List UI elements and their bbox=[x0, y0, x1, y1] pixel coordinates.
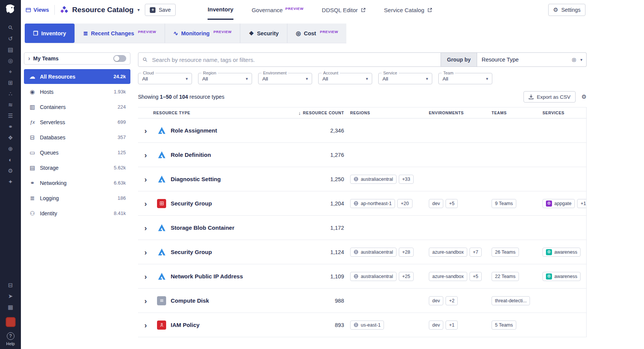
row-expander-icon[interactable]: › bbox=[144, 273, 147, 280]
workflows-icon[interactable]: ⊟ bbox=[0, 280, 21, 291]
header-tab-ddsql-editor[interactable]: DDSQL Editor bbox=[322, 0, 366, 20]
containers-icon[interactable]: ⊞ bbox=[0, 77, 21, 88]
pill-label: australiacentral bbox=[361, 274, 393, 279]
header-tab-service-catalog[interactable]: Service Catalog bbox=[384, 0, 432, 20]
teams-pill: 26 Teams bbox=[492, 248, 519, 257]
views-button[interactable]: Views bbox=[25, 7, 49, 13]
teams-pill: threat-detecti... bbox=[492, 296, 530, 305]
datadog-logo-icon bbox=[5, 4, 16, 15]
search-input[interactable] bbox=[138, 53, 441, 66]
my-teams-toggle[interactable] bbox=[113, 55, 126, 62]
pill-label: awareness bbox=[554, 274, 577, 279]
row-expander-icon[interactable]: › bbox=[144, 127, 147, 134]
row-expander-icon[interactable]: › bbox=[144, 297, 147, 305]
resource-count: 1,276 bbox=[289, 152, 347, 158]
sidebar-item-containers[interactable]: ▥Containers224 bbox=[24, 99, 130, 114]
organization-icon[interactable]: ▦ bbox=[0, 302, 21, 313]
views-label: Views bbox=[33, 7, 49, 13]
my-teams-row[interactable]: › My Teams bbox=[24, 52, 130, 65]
pill-label: appgate bbox=[554, 201, 571, 206]
subtab-security[interactable]: ❖Security bbox=[240, 24, 287, 43]
filter-account[interactable]: AccountAll▾ bbox=[318, 73, 372, 84]
sidebar-item-identity[interactable]: ⚇Identity8.41k bbox=[24, 206, 130, 221]
subtab-recent-changes[interactable]: ≣Recent ChangesPREVIEW bbox=[75, 24, 165, 43]
teams-cell: 5 Teams bbox=[489, 321, 539, 330]
row-expander-icon[interactable]: › bbox=[144, 224, 147, 232]
filter-environment[interactable]: EnvironmentAll▾ bbox=[258, 73, 312, 84]
clear-icon[interactable]: ⊗ bbox=[571, 56, 576, 63]
pill-label: +7 bbox=[473, 250, 478, 255]
sidebar-item-label: Hosts bbox=[40, 89, 54, 95]
metrics-icon[interactable]: ▤ bbox=[0, 44, 21, 55]
sidebar-item-serverless[interactable]: ƒxServerless699 bbox=[24, 115, 130, 129]
rum-icon[interactable]: ✦ bbox=[0, 176, 21, 187]
teams-cell: 22 Teams bbox=[489, 272, 539, 281]
synthetics-icon[interactable]: ◐ bbox=[0, 154, 21, 165]
filter-label: Environment bbox=[262, 71, 288, 75]
network-icon[interactable]: ⚭ bbox=[0, 121, 21, 132]
results-area: ⚲ Group by Resource Type ⊗ ▾ CloudAll▾Re… bbox=[138, 52, 587, 349]
inventory-subtab-icon: ❒ bbox=[33, 30, 38, 37]
subtab-inventory[interactable]: ❒Inventory bbox=[25, 24, 75, 43]
subtab-label: Monitoring bbox=[181, 30, 210, 36]
group-by-select[interactable]: Resource Type ⊗ ▾ bbox=[477, 52, 587, 67]
filter-region[interactable]: RegionAll▾ bbox=[198, 73, 252, 84]
filter-team[interactable]: TeamAll▾ bbox=[438, 73, 492, 84]
cloud-icon: ☁ bbox=[29, 73, 36, 80]
sidebar-item-all-resources[interactable]: ☁All Resources24.2k bbox=[24, 69, 130, 84]
row-expander-icon[interactable]: › bbox=[144, 175, 147, 183]
sidebar-item-label: Queues bbox=[40, 150, 59, 156]
service-pill: ⚙awareness bbox=[542, 248, 581, 257]
monitors-icon[interactable]: ⊕ bbox=[0, 143, 21, 154]
datadog-logo[interactable] bbox=[4, 3, 17, 16]
subtab-monitoring[interactable]: ∿MonitoringPREVIEW bbox=[165, 24, 240, 43]
sidebar-item-hosts[interactable]: ◉Hosts1.93k bbox=[24, 84, 130, 99]
azure-icon bbox=[157, 248, 166, 256]
watchdog-icon[interactable]: ◎ bbox=[0, 55, 21, 66]
sidebar-item-storage[interactable]: ▤Storage5.62k bbox=[24, 160, 130, 175]
user-avatar[interactable] bbox=[6, 317, 16, 327]
subtab-cost[interactable]: ◎CostPREVIEW bbox=[287, 24, 346, 43]
sidebar-item-databases[interactable]: ⊟Databases357 bbox=[24, 130, 130, 145]
column-label: RESOURCE TYPE bbox=[153, 111, 190, 115]
logs-icon[interactable]: ☰ bbox=[0, 110, 21, 121]
header-tab-inventory[interactable]: Inventory bbox=[208, 0, 233, 20]
table-settings-gear-icon[interactable]: ⚙ bbox=[582, 93, 587, 100]
infrastructure-icon[interactable]: ⌖ bbox=[0, 66, 21, 77]
sidebar-item-networking[interactable]: ⚭Networking6.63k bbox=[24, 175, 130, 190]
sidebar-item-queues[interactable]: ▭Queues125 bbox=[24, 145, 130, 160]
filter-label: Team bbox=[442, 71, 455, 75]
chevron-down-icon: ▾ bbox=[580, 57, 582, 62]
row-expander-icon[interactable]: › bbox=[144, 248, 147, 256]
queues-icon: ▭ bbox=[29, 149, 36, 156]
filter-service[interactable]: ServiceAll▾ bbox=[378, 73, 432, 84]
product-updates-icon[interactable]: ➤ bbox=[0, 291, 21, 302]
save-button[interactable]: + Save bbox=[145, 4, 176, 16]
pill-label: awareness bbox=[554, 250, 577, 255]
settings-button[interactable]: ⚙ Settings bbox=[548, 4, 585, 16]
filter-cloud[interactable]: CloudAll▾ bbox=[138, 73, 192, 84]
title-group[interactable]: Resource Catalog ▾ bbox=[60, 6, 140, 14]
sidebar-item-count: 6.63k bbox=[114, 180, 126, 186]
teams-cell: threat-detecti... bbox=[489, 296, 539, 305]
pill-label: +5 bbox=[473, 274, 478, 279]
filter-label: Account bbox=[322, 71, 340, 75]
sidebar-item-label: Identity bbox=[40, 210, 57, 216]
row-expander-icon[interactable]: › bbox=[144, 321, 147, 329]
more-pill: +5 bbox=[470, 272, 482, 281]
pill-label: +1 bbox=[581, 201, 586, 206]
column-header-resource-count[interactable]: ↓RESOURCE COUNT bbox=[289, 110, 347, 116]
row-expander-icon[interactable]: › bbox=[144, 151, 147, 159]
pill-label: australiacentral bbox=[361, 177, 393, 182]
security-icon[interactable]: ❖ bbox=[0, 132, 21, 143]
help-button[interactable]: ? Help bbox=[6, 332, 15, 346]
services-cell: ⚙awareness bbox=[539, 248, 586, 257]
header-tab-governance[interactable]: GovernancePREVIEW bbox=[252, 0, 304, 20]
row-expander-icon[interactable]: › bbox=[144, 200, 147, 207]
ci-icon[interactable]: ⚙ bbox=[0, 165, 21, 176]
sidebar-item-logging[interactable]: ≣Logging186 bbox=[24, 191, 130, 205]
settings-label: Settings bbox=[561, 7, 581, 13]
export-csv-button[interactable]: Export as CSV bbox=[523, 91, 576, 103]
service-map-icon[interactable]: ≋ bbox=[0, 99, 21, 110]
apm-icon[interactable]: ∴ bbox=[0, 88, 21, 99]
